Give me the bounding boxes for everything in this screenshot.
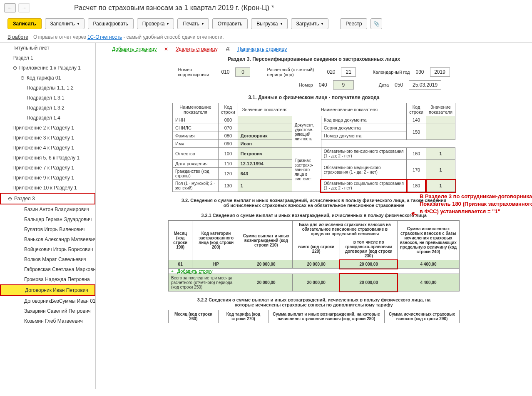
tree-section-3[interactable]: ⊖Раздел 3 [0,193,95,204]
section-tree: Титульный лист Раздел 1 ⊖Приложение 1 к … [0,43,96,389]
print-page-icon: 🖨 [225,46,230,52]
year-code: 030 [414,69,426,75]
write-button[interactable]: Записать [7,18,42,29]
tree-person[interactable]: Громова Надежда Петровна [0,274,95,284]
send-button[interactable]: Отправить [212,18,248,29]
registry-button[interactable]: Реестр [340,18,367,29]
period-code: 020 [325,69,337,75]
tree-person[interactable]: Габровская Светлана Марковна [0,264,95,274]
cit-field[interactable]: 643 [238,168,292,180]
upload-button[interactable]: Выгрузка [251,18,287,29]
status-link[interactable]: В работе [7,34,28,40]
tree-person[interactable]: Козьмин Глеб Матвеевич [0,316,95,326]
tree-app7[interactable]: Приложение 7 к Разделу 1 [0,163,95,173]
year-label: Календарный год [373,70,410,75]
check-button[interactable]: Проверка [137,18,174,29]
t-sum: 20 000,00 [240,274,292,291]
tree-person[interactable]: Бальцер Герман Эдуардович [0,214,95,224]
tree-sub11-12[interactable]: Подразделы 1.1, 1.2 [0,83,95,93]
decode-button[interactable]: Расшифровать [88,18,134,29]
ops-field[interactable]: 1 [426,148,455,160]
tree-person[interactable]: ДоговорникБезСуммы Иван 01.11.1994 [0,296,95,306]
print-page-link[interactable]: Напечатать страницу [238,46,287,52]
section3-title: Раздел 3. Персонифицированные сведения о… [102,56,526,62]
nav-forward-button[interactable]: → [18,3,30,12]
t-gph: 20 000,00 [340,274,398,291]
tree-app56[interactable]: Приложения 5, 6 к Разделу 1 [0,153,95,163]
s322-title: 3.2.2 Сведения о сумме выплат и иных воз… [189,297,439,307]
dob-field[interactable]: 12.12.1994 [238,160,292,168]
tree-sub14[interactable]: Подраздел 1.4 [0,113,95,123]
patr-field[interactable]: Петрович [238,148,292,160]
tree-title-page[interactable]: Титульный лист [0,43,95,53]
r1-total[interactable]: 20 000,00 [292,260,340,269]
fill-button[interactable]: Заполнить [45,18,85,29]
annotation-text: В Разделе 3 по сотрудникам-договорникам … [420,193,532,216]
date-code: 050 [393,82,405,88]
delete-page-icon: ✕ [164,46,168,52]
download-button[interactable]: Загрузить [291,18,329,29]
tree-person[interactable]: Ваньков Александр Матвеевич [0,234,95,244]
r1-gph[interactable]: 20 000,00 [340,260,398,269]
corr-code: 010 [219,69,231,75]
docser-field[interactable] [426,124,455,140]
print-button[interactable]: Печать [177,18,209,29]
corr-label: Номер корректировки [178,67,215,77]
page-title: Расчет по страховым взносам за 1 квартал… [74,4,274,12]
tree-person[interactable]: Булатов Игорь Виленович [0,224,95,234]
tree-person[interactable]: Волков Марат Савельевич [0,254,95,264]
doctype-field[interactable] [426,116,455,124]
inn-field[interactable] [238,116,292,124]
r1-sum[interactable]: 20 000,00 [240,260,292,269]
add-page-link[interactable]: Добавить страницу [112,46,157,52]
date-label: Дата [379,82,389,87]
period-value[interactable]: 21 [341,67,356,77]
sex-field[interactable]: 1 [238,180,292,192]
reporting-link[interactable]: 1С-Отчетность [87,34,122,40]
name-field[interactable]: Иван [238,140,292,148]
corr-value[interactable]: 0 [235,67,250,77]
nav-back-button[interactable]: ← [4,3,16,12]
num-label: Номер [299,82,313,87]
status-hint: Отправьте отчет через 1С-Отчетность - са… [33,34,224,40]
tree-person[interactable]: Захаркин Савелий Петрович [0,306,95,316]
tree-app10[interactable]: Приложение 10 к Разделу 1 [0,183,95,193]
tree-app9[interactable]: Приложение 9 к Разделу 1 [0,173,95,183]
tree-sub132[interactable]: Подраздел 1.3.2 [0,103,95,113]
attach-button[interactable]: 📎 [370,18,382,29]
num-value[interactable]: 9 [333,80,354,90]
tree-app1[interactable]: ⊖Приложение 1 к Разделу 1 [0,63,95,73]
tree-app2[interactable]: Приложение 2 к Разделу 1 [0,123,95,133]
table-31: Наименование показателя Код строки Значе… [172,103,455,192]
snils-field[interactable] [238,124,292,132]
tree-app4[interactable]: Приложение 4 к Разделу 1 [0,143,95,153]
tree-app3[interactable]: Приложение 3 к Разделу 1 [0,133,95,143]
r1-calc[interactable]: 4 400,00 [397,260,459,269]
s32-title: 3.2. Сведения о сумме выплат и иных возн… [181,198,447,208]
add-page-icon: + [102,46,104,52]
t-calc: 4 400,00 [397,274,459,291]
tree-person[interactable]: Базин Антон Владимирович [0,204,95,214]
table-321: Месяц (код строки 190) Код категории зас… [168,220,460,291]
add-row-link[interactable]: Добавить строку [175,267,215,275]
oms-field[interactable]: 1 [426,160,455,180]
t-total: 20 000,00 [292,274,340,291]
oss-field[interactable]: 1 [426,180,455,192]
tree-section-1[interactable]: Раздел 1 [0,53,95,63]
fam-field[interactable]: Договорник [238,132,292,140]
period-label: Расчетный (отчетный) период (код) [267,67,321,77]
tree-person-selected[interactable]: Договорник Иван Петрович [0,284,95,296]
content-area: + Добавить страницу ✕ Удалить страницу 🖨… [96,43,532,389]
delete-page-link[interactable]: Удалить страницу [176,46,217,52]
num-code: 040 [317,82,329,88]
tree-sub131[interactable]: Подраздел 1.3.1 [0,93,95,103]
annotation-arrow-icon: ➔ [409,209,419,220]
s31-title: 3.1. Данные о физическом лице - получате… [102,95,526,100]
date-value[interactable]: 25.03.2019 [409,80,441,90]
tree-person[interactable]: Войцехович Игорь Борисович [0,244,95,254]
table-322: Месяц (код строки 260) Код тарифа (код с… [168,310,460,323]
year-value[interactable]: 2019 [430,67,450,77]
tree-tariff01[interactable]: ⊖Код тарифа 01 [0,73,95,83]
